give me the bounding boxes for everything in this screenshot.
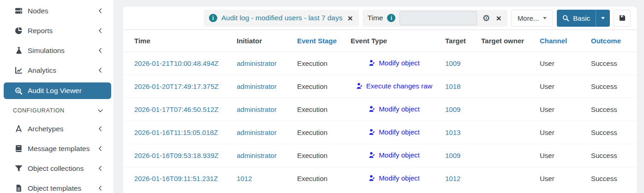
sidebar-item-simulations[interactable]: Simulations (0, 41, 113, 60)
target-link[interactable]: 1012 (445, 175, 460, 182)
time-link[interactable]: 2026-01-16T11:15:05.018Z (134, 129, 218, 136)
target-link[interactable]: 1013 (445, 129, 460, 136)
file-lines-icon (14, 184, 23, 192)
sidebar-item-object-collections[interactable]: Object collections (0, 158, 113, 178)
event-type-label: Modify object (379, 174, 419, 182)
chevron-left-icon (97, 67, 103, 73)
sidebar-item-reports[interactable]: Reports (0, 21, 113, 41)
time-cell: 2026-01-16T09:11:51.231Z (123, 167, 233, 190)
outcome-cell: Success (587, 75, 637, 98)
target-link[interactable]: 1009 (445, 105, 460, 113)
flask-icon (14, 47, 23, 54)
target-owner-cell (477, 75, 536, 98)
table-row: 2026-01-16T09:53:18.939Z administrator E… (123, 144, 637, 167)
time-link[interactable]: 2026-01-21T10:00:48.494Z (134, 59, 219, 67)
sidebar-item-label: Message templates (28, 145, 97, 153)
initiator-cell: administrator (233, 144, 293, 167)
event-type-link[interactable]: Execute changes raw (356, 82, 432, 90)
initiator-link[interactable]: administrator (237, 59, 277, 67)
chevron-left-icon (97, 165, 103, 171)
channel-cell: User (536, 98, 587, 121)
table-header-row: Time Initiator Event Stage Event Type Ta… (123, 30, 637, 52)
chart-line-icon (14, 66, 23, 74)
outcome-cell: Success (587, 52, 637, 75)
audit-log-panel: i Audit log - modified users - last 7 da… (123, 6, 637, 193)
sidebar-section-configuration[interactable]: CONFIGURATION (0, 102, 113, 119)
column-header-target-owner: Target owner (477, 30, 536, 52)
chevron-left-icon (97, 28, 103, 34)
initiator-cell: administrator (233, 75, 293, 98)
event-type-link[interactable]: Modify object (369, 174, 419, 182)
target-link[interactable]: 1009 (445, 152, 460, 159)
sidebar-item-message-templates[interactable]: Message templates (0, 139, 113, 158)
time-filter-input[interactable] (400, 11, 477, 25)
column-header-event-stage[interactable]: Event Stage (293, 30, 347, 52)
event-type-label: Execute changes raw (366, 82, 432, 90)
time-cell: 2026-01-16T09:53:18.939Z (123, 144, 233, 167)
event-type-cell: Modify object (347, 144, 441, 167)
channel-cell: User (536, 144, 587, 167)
target-link[interactable]: 1009 (445, 59, 460, 67)
initiator-link[interactable]: administrator (237, 105, 277, 113)
column-header-outcome[interactable]: Outcome (587, 30, 637, 52)
time-cell: 2026-01-16T11:15:05.018Z (123, 121, 233, 144)
caret-down-icon (601, 17, 605, 19)
time-link[interactable]: 2026-01-16T09:53:18.939Z (134, 152, 219, 159)
audit-log-table: Time Initiator Event Stage Event Type Ta… (123, 30, 637, 190)
sidebar-item-label: Nodes (28, 7, 97, 15)
more-filters-button[interactable]: More... (511, 10, 554, 27)
user-edit-icon (369, 129, 376, 135)
basic-search-main[interactable]: Basic (557, 10, 596, 27)
sidebar-item-object-templates[interactable]: Object templates (0, 178, 113, 193)
event-type-link[interactable]: Modify object (369, 59, 419, 67)
remove-saved-filter-icon[interactable]: × (346, 14, 353, 23)
initiator-cell: 1012 (233, 167, 293, 190)
column-header-target: Target (441, 30, 477, 52)
event-type-link[interactable]: Modify object (369, 128, 419, 136)
save-search-button[interactable] (614, 10, 631, 27)
saved-filter-link[interactable]: Audit log - modified users - last 7 days (221, 14, 343, 22)
channel-cell: User (536, 167, 587, 190)
sidebar-item-nodes[interactable]: Nodes (0, 1, 113, 21)
sidebar-item-label: Archetypes (28, 125, 97, 133)
user-edit-icon (369, 59, 376, 66)
event-stage-cell: Execution (293, 121, 347, 144)
sidebar-item-archetypes[interactable]: Archetypes (0, 119, 113, 139)
info-icon[interactable]: i (387, 14, 395, 22)
initiator-link[interactable]: administrator (237, 82, 277, 90)
sidebar-item-label: Simulations (28, 47, 97, 55)
outcome-cell: Success (587, 144, 637, 167)
sidebar-item-analytics[interactable]: Analytics (0, 60, 113, 80)
event-type-link[interactable]: Modify object (369, 105, 419, 113)
column-header-channel[interactable]: Channel (536, 30, 587, 52)
time-link[interactable]: 2026-01-17T07:46:50.512Z (134, 105, 219, 113)
chevron-left-icon (97, 185, 103, 191)
initiator-link[interactable]: 1012 (237, 175, 252, 182)
time-link[interactable]: 2026-01-16T09:11:51.231Z (134, 175, 218, 182)
event-stage-cell: Execution (293, 167, 347, 190)
initiator-link[interactable]: administrator (237, 129, 277, 136)
more-button-label: More... (518, 14, 539, 22)
target-link[interactable]: 1018 (445, 82, 460, 90)
sidebar: Nodes Reports Simulations Analytics (0, 0, 113, 193)
search-mode-dropdown[interactable] (596, 10, 610, 27)
gear-icon[interactable]: ⚙ (481, 14, 491, 23)
event-type-label: Modify object (379, 59, 419, 67)
time-link[interactable]: 2026-01-20T17:49:17.375Z (134, 82, 219, 90)
column-header-initiator: Initiator (233, 30, 293, 52)
channel-cell: User (536, 121, 587, 144)
target-owner-cell (477, 121, 536, 144)
clear-time-filter-icon[interactable]: × (495, 14, 502, 23)
event-stage-cell: Execution (293, 144, 347, 167)
event-type-link[interactable]: Modify object (369, 151, 419, 159)
search-icon (562, 15, 569, 22)
initiator-link[interactable]: administrator (237, 152, 277, 159)
sidebar-item-audit-log-viewer[interactable]: Audit Log Viewer (4, 82, 111, 99)
table-row: 2026-01-16T09:11:51.231Z 1012 Execution … (123, 167, 637, 190)
info-icon[interactable]: i (209, 14, 217, 22)
channel-cell: User (536, 75, 587, 98)
outcome-cell: Success (587, 121, 637, 144)
book-icon (14, 145, 23, 152)
caret-down-icon (543, 17, 547, 19)
event-type-cell: Modify object (347, 98, 441, 121)
